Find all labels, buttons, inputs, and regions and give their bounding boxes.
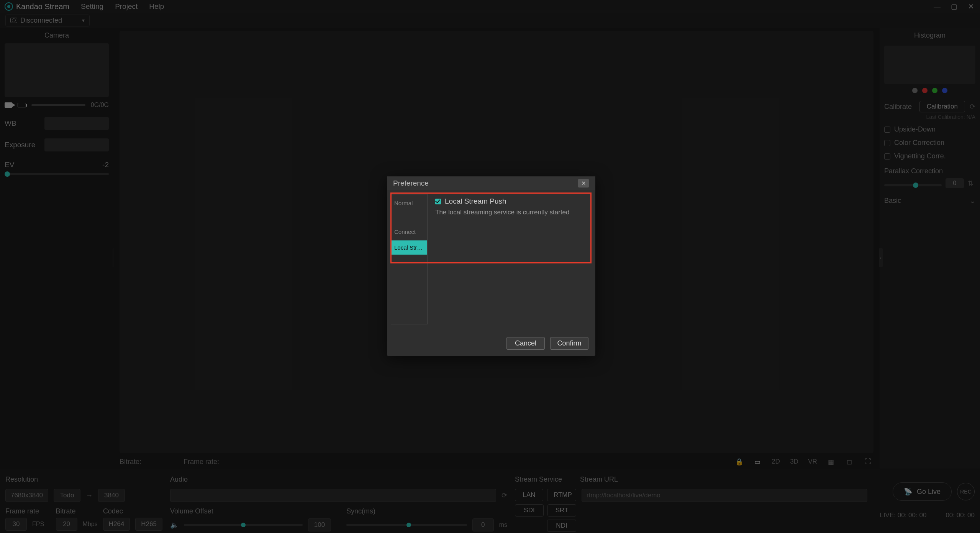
confirm-button[interactable]: Confirm xyxy=(550,337,588,350)
sidebar-item-local-stream[interactable]: Local Stream ... xyxy=(391,240,427,255)
cancel-button[interactable]: Cancel xyxy=(506,337,545,350)
local-stream-desc: The local streaming service is currently… xyxy=(435,209,588,216)
local-stream-push-checkbox[interactable]: Local Stream Push xyxy=(435,197,588,206)
sidebar-cat-normal[interactable]: Normal xyxy=(391,194,427,212)
dialog-title: Preference xyxy=(393,179,429,188)
sidebar-cat-connect[interactable]: Connect xyxy=(391,223,427,240)
dialog-close-button[interactable]: ✕ xyxy=(578,179,589,188)
modal-overlay: Preference ✕ Normal Connect Local Stream… xyxy=(0,0,980,533)
dialog-sidebar: Normal Connect Local Stream ... xyxy=(391,194,428,324)
local-stream-push-label: Local Stream Push xyxy=(445,197,506,206)
preference-dialog: Preference ✕ Normal Connect Local Stream… xyxy=(387,176,595,356)
checkbox-checked-icon xyxy=(435,199,441,204)
dialog-content: Local Stream Push The local streaming se… xyxy=(428,190,595,328)
